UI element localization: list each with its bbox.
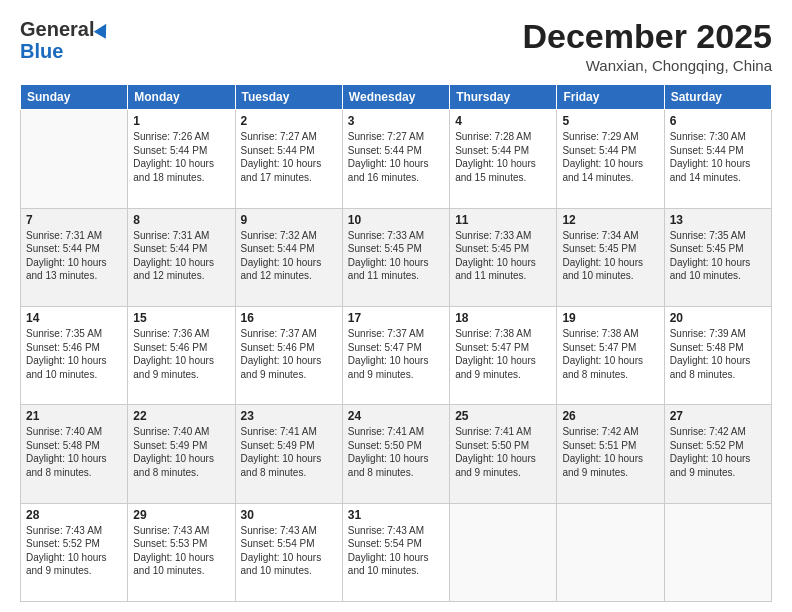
day-number: 17: [348, 311, 444, 325]
logo-general: General: [20, 18, 94, 40]
table-row: 8Sunrise: 7:31 AMSunset: 5:44 PMDaylight…: [128, 208, 235, 306]
day-number: 1: [133, 114, 229, 128]
day-info: Sunrise: 7:39 AMSunset: 5:48 PMDaylight:…: [670, 327, 766, 381]
day-info: Sunrise: 7:43 AMSunset: 5:53 PMDaylight:…: [133, 524, 229, 578]
day-number: 21: [26, 409, 122, 423]
table-row: 7Sunrise: 7:31 AMSunset: 5:44 PMDaylight…: [21, 208, 128, 306]
header: General Blue December 2025 Wanxian, Chon…: [20, 18, 772, 74]
day-number: 14: [26, 311, 122, 325]
table-row: 10Sunrise: 7:33 AMSunset: 5:45 PMDayligh…: [342, 208, 449, 306]
logo-blue-text: Blue: [20, 40, 63, 62]
day-info: Sunrise: 7:41 AMSunset: 5:50 PMDaylight:…: [348, 425, 444, 479]
table-row: 27Sunrise: 7:42 AMSunset: 5:52 PMDayligh…: [664, 405, 771, 503]
day-info: Sunrise: 7:35 AMSunset: 5:46 PMDaylight:…: [26, 327, 122, 381]
day-number: 18: [455, 311, 551, 325]
table-row: 5Sunrise: 7:29 AMSunset: 5:44 PMDaylight…: [557, 110, 664, 208]
table-row: 1Sunrise: 7:26 AMSunset: 5:44 PMDaylight…: [128, 110, 235, 208]
day-info: Sunrise: 7:30 AMSunset: 5:44 PMDaylight:…: [670, 130, 766, 184]
day-info: Sunrise: 7:43 AMSunset: 5:54 PMDaylight:…: [348, 524, 444, 578]
table-row: 16Sunrise: 7:37 AMSunset: 5:46 PMDayligh…: [235, 307, 342, 405]
day-info: Sunrise: 7:27 AMSunset: 5:44 PMDaylight:…: [348, 130, 444, 184]
day-info: Sunrise: 7:34 AMSunset: 5:45 PMDaylight:…: [562, 229, 658, 283]
col-monday: Monday: [128, 85, 235, 110]
day-number: 6: [670, 114, 766, 128]
day-number: 2: [241, 114, 337, 128]
day-info: Sunrise: 7:41 AMSunset: 5:49 PMDaylight:…: [241, 425, 337, 479]
table-row: 12Sunrise: 7:34 AMSunset: 5:45 PMDayligh…: [557, 208, 664, 306]
day-number: 9: [241, 213, 337, 227]
day-number: 13: [670, 213, 766, 227]
table-row: 9Sunrise: 7:32 AMSunset: 5:44 PMDaylight…: [235, 208, 342, 306]
table-row: 23Sunrise: 7:41 AMSunset: 5:49 PMDayligh…: [235, 405, 342, 503]
day-info: Sunrise: 7:29 AMSunset: 5:44 PMDaylight:…: [562, 130, 658, 184]
table-row: 13Sunrise: 7:35 AMSunset: 5:45 PMDayligh…: [664, 208, 771, 306]
day-info: Sunrise: 7:42 AMSunset: 5:52 PMDaylight:…: [670, 425, 766, 479]
table-row: 2Sunrise: 7:27 AMSunset: 5:44 PMDaylight…: [235, 110, 342, 208]
table-row: 6Sunrise: 7:30 AMSunset: 5:44 PMDaylight…: [664, 110, 771, 208]
calendar-week-row: 21Sunrise: 7:40 AMSunset: 5:48 PMDayligh…: [21, 405, 772, 503]
day-number: 11: [455, 213, 551, 227]
day-number: 3: [348, 114, 444, 128]
page: General Blue December 2025 Wanxian, Chon…: [0, 0, 792, 612]
logo-text: General: [20, 18, 110, 40]
table-row: [450, 503, 557, 601]
table-row: 28Sunrise: 7:43 AMSunset: 5:52 PMDayligh…: [21, 503, 128, 601]
day-info: Sunrise: 7:40 AMSunset: 5:48 PMDaylight:…: [26, 425, 122, 479]
day-info: Sunrise: 7:37 AMSunset: 5:46 PMDaylight:…: [241, 327, 337, 381]
day-info: Sunrise: 7:42 AMSunset: 5:51 PMDaylight:…: [562, 425, 658, 479]
table-row: [664, 503, 771, 601]
calendar-week-row: 28Sunrise: 7:43 AMSunset: 5:52 PMDayligh…: [21, 503, 772, 601]
day-info: Sunrise: 7:37 AMSunset: 5:47 PMDaylight:…: [348, 327, 444, 381]
day-info: Sunrise: 7:31 AMSunset: 5:44 PMDaylight:…: [26, 229, 122, 283]
col-tuesday: Tuesday: [235, 85, 342, 110]
day-info: Sunrise: 7:28 AMSunset: 5:44 PMDaylight:…: [455, 130, 551, 184]
day-info: Sunrise: 7:36 AMSunset: 5:46 PMDaylight:…: [133, 327, 229, 381]
day-info: Sunrise: 7:33 AMSunset: 5:45 PMDaylight:…: [455, 229, 551, 283]
title-block: December 2025 Wanxian, Chongqing, China: [522, 18, 772, 74]
day-number: 10: [348, 213, 444, 227]
day-number: 25: [455, 409, 551, 423]
day-info: Sunrise: 7:40 AMSunset: 5:49 PMDaylight:…: [133, 425, 229, 479]
calendar-week-row: 1Sunrise: 7:26 AMSunset: 5:44 PMDaylight…: [21, 110, 772, 208]
col-sunday: Sunday: [21, 85, 128, 110]
logo-triangle-icon: [94, 20, 113, 38]
month-year: December 2025: [522, 18, 772, 55]
calendar-header-row: Sunday Monday Tuesday Wednesday Thursday…: [21, 85, 772, 110]
day-number: 15: [133, 311, 229, 325]
day-number: 28: [26, 508, 122, 522]
day-info: Sunrise: 7:26 AMSunset: 5:44 PMDaylight:…: [133, 130, 229, 184]
day-info: Sunrise: 7:43 AMSunset: 5:54 PMDaylight:…: [241, 524, 337, 578]
day-number: 29: [133, 508, 229, 522]
table-row: 20Sunrise: 7:39 AMSunset: 5:48 PMDayligh…: [664, 307, 771, 405]
table-row: 25Sunrise: 7:41 AMSunset: 5:50 PMDayligh…: [450, 405, 557, 503]
day-number: 16: [241, 311, 337, 325]
col-friday: Friday: [557, 85, 664, 110]
table-row: 14Sunrise: 7:35 AMSunset: 5:46 PMDayligh…: [21, 307, 128, 405]
day-info: Sunrise: 7:35 AMSunset: 5:45 PMDaylight:…: [670, 229, 766, 283]
day-number: 27: [670, 409, 766, 423]
table-row: 22Sunrise: 7:40 AMSunset: 5:49 PMDayligh…: [128, 405, 235, 503]
day-number: 24: [348, 409, 444, 423]
table-row: 26Sunrise: 7:42 AMSunset: 5:51 PMDayligh…: [557, 405, 664, 503]
day-info: Sunrise: 7:41 AMSunset: 5:50 PMDaylight:…: [455, 425, 551, 479]
day-number: 23: [241, 409, 337, 423]
col-saturday: Saturday: [664, 85, 771, 110]
table-row: 21Sunrise: 7:40 AMSunset: 5:48 PMDayligh…: [21, 405, 128, 503]
table-row: 31Sunrise: 7:43 AMSunset: 5:54 PMDayligh…: [342, 503, 449, 601]
day-info: Sunrise: 7:31 AMSunset: 5:44 PMDaylight:…: [133, 229, 229, 283]
table-row: 29Sunrise: 7:43 AMSunset: 5:53 PMDayligh…: [128, 503, 235, 601]
day-info: Sunrise: 7:38 AMSunset: 5:47 PMDaylight:…: [562, 327, 658, 381]
day-number: 5: [562, 114, 658, 128]
location: Wanxian, Chongqing, China: [522, 57, 772, 74]
table-row: 15Sunrise: 7:36 AMSunset: 5:46 PMDayligh…: [128, 307, 235, 405]
day-info: Sunrise: 7:43 AMSunset: 5:52 PMDaylight:…: [26, 524, 122, 578]
calendar-week-row: 7Sunrise: 7:31 AMSunset: 5:44 PMDaylight…: [21, 208, 772, 306]
day-number: 12: [562, 213, 658, 227]
day-info: Sunrise: 7:33 AMSunset: 5:45 PMDaylight:…: [348, 229, 444, 283]
logo-blue: Blue: [20, 40, 63, 62]
day-info: Sunrise: 7:32 AMSunset: 5:44 PMDaylight:…: [241, 229, 337, 283]
day-number: 31: [348, 508, 444, 522]
table-row: 3Sunrise: 7:27 AMSunset: 5:44 PMDaylight…: [342, 110, 449, 208]
day-info: Sunrise: 7:38 AMSunset: 5:47 PMDaylight:…: [455, 327, 551, 381]
calendar: Sunday Monday Tuesday Wednesday Thursday…: [20, 84, 772, 602]
